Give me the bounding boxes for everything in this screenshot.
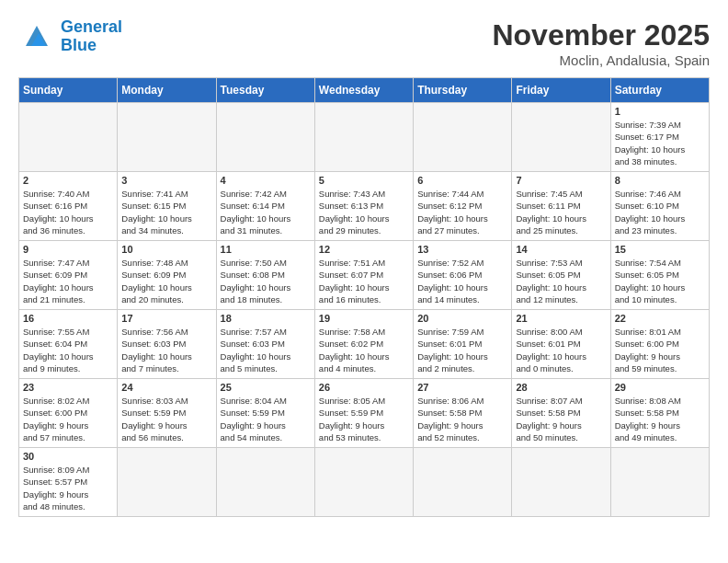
logo-text: General Blue [61, 18, 122, 55]
calendar-cell: 3Sunrise: 7:41 AM Sunset: 6:15 PM Daylig… [118, 172, 216, 241]
calendar-cell: 24Sunrise: 8:03 AM Sunset: 5:59 PM Dayli… [118, 379, 216, 448]
day-number: 16 [23, 313, 113, 324]
day-number: 19 [319, 313, 409, 324]
week-row-5: 23Sunrise: 8:02 AM Sunset: 6:00 PM Dayli… [19, 379, 710, 448]
day-number: 12 [319, 244, 409, 255]
calendar-cell [314, 103, 413, 172]
calendar-cell: 22Sunrise: 8:01 AM Sunset: 6:00 PM Dayli… [610, 310, 709, 379]
day-info: Sunrise: 7:51 AM Sunset: 6:07 PM Dayligh… [319, 257, 409, 305]
calendar-cell: 12Sunrise: 7:51 AM Sunset: 6:07 PM Dayli… [314, 241, 413, 310]
day-info: Sunrise: 8:03 AM Sunset: 5:59 PM Dayligh… [121, 395, 211, 443]
day-number: 28 [516, 382, 606, 393]
logo-icon [18, 20, 55, 53]
day-info: Sunrise: 7:55 AM Sunset: 6:04 PM Dayligh… [23, 326, 113, 374]
day-number: 24 [121, 382, 211, 393]
day-number: 25 [221, 382, 311, 393]
header-thursday: Thursday [414, 78, 512, 103]
day-number: 11 [221, 244, 311, 255]
day-number: 7 [516, 175, 606, 186]
calendar-cell: 4Sunrise: 7:42 AM Sunset: 6:14 PM Daylig… [216, 172, 314, 241]
day-number: 1 [615, 106, 705, 117]
day-number: 13 [417, 244, 507, 255]
calendar-cell [19, 103, 118, 172]
location: Moclin, Andalusia, Spain [492, 52, 710, 68]
calendar-cell: 30Sunrise: 8:09 AM Sunset: 5:57 PM Dayli… [19, 448, 118, 517]
logo-general: General [61, 17, 122, 36]
day-info: Sunrise: 7:48 AM Sunset: 6:09 PM Dayligh… [121, 257, 211, 305]
week-row-6: 30Sunrise: 8:09 AM Sunset: 5:57 PM Dayli… [19, 448, 710, 517]
calendar-cell: 7Sunrise: 7:45 AM Sunset: 6:11 PM Daylig… [512, 172, 610, 241]
calendar-cell: 21Sunrise: 8:00 AM Sunset: 6:01 PM Dayli… [512, 310, 610, 379]
calendar-cell: 19Sunrise: 7:58 AM Sunset: 6:02 PM Dayli… [314, 310, 413, 379]
day-info: Sunrise: 7:50 AM Sunset: 6:08 PM Dayligh… [221, 257, 311, 305]
day-number: 29 [615, 382, 705, 393]
calendar-cell [314, 448, 413, 517]
calendar-cell [414, 103, 512, 172]
calendar-cell: 5Sunrise: 7:43 AM Sunset: 6:13 PM Daylig… [314, 172, 413, 241]
calendar-header: SundayMondayTuesdayWednesdayThursdayFrid… [19, 78, 710, 103]
calendar-cell: 27Sunrise: 8:06 AM Sunset: 5:58 PM Dayli… [414, 379, 512, 448]
week-row-4: 16Sunrise: 7:55 AM Sunset: 6:04 PM Dayli… [19, 310, 710, 379]
day-info: Sunrise: 7:45 AM Sunset: 6:11 PM Dayligh… [516, 188, 606, 236]
logo-blue: Blue [61, 37, 122, 55]
week-row-2: 2Sunrise: 7:40 AM Sunset: 6:16 PM Daylig… [19, 172, 710, 241]
day-info: Sunrise: 7:46 AM Sunset: 6:10 PM Dayligh… [615, 188, 705, 236]
day-info: Sunrise: 7:54 AM Sunset: 6:05 PM Dayligh… [615, 257, 705, 305]
day-info: Sunrise: 7:42 AM Sunset: 6:14 PM Dayligh… [221, 188, 311, 236]
day-number: 17 [121, 313, 211, 324]
day-info: Sunrise: 7:41 AM Sunset: 6:15 PM Dayligh… [121, 188, 211, 236]
calendar-cell: 25Sunrise: 8:04 AM Sunset: 5:59 PM Dayli… [216, 379, 314, 448]
day-info: Sunrise: 7:52 AM Sunset: 6:06 PM Dayligh… [417, 257, 507, 305]
header-monday: Monday [118, 78, 216, 103]
month-title: November 2025 [492, 18, 710, 52]
header-sunday: Sunday [19, 78, 118, 103]
day-info: Sunrise: 7:57 AM Sunset: 6:03 PM Dayligh… [221, 326, 311, 374]
day-number: 23 [23, 382, 113, 393]
calendar-cell: 13Sunrise: 7:52 AM Sunset: 6:06 PM Dayli… [414, 241, 512, 310]
header-saturday: Saturday [610, 78, 709, 103]
calendar-cell: 23Sunrise: 8:02 AM Sunset: 6:00 PM Dayli… [19, 379, 118, 448]
calendar-cell [512, 448, 610, 517]
calendar-cell: 18Sunrise: 7:57 AM Sunset: 6:03 PM Dayli… [216, 310, 314, 379]
calendar-cell: 28Sunrise: 8:07 AM Sunset: 5:58 PM Dayli… [512, 379, 610, 448]
header-friday: Friday [512, 78, 610, 103]
day-info: Sunrise: 8:05 AM Sunset: 5:59 PM Dayligh… [319, 395, 409, 443]
calendar-cell: 26Sunrise: 8:05 AM Sunset: 5:59 PM Dayli… [314, 379, 413, 448]
day-info: Sunrise: 7:39 AM Sunset: 6:17 PM Dayligh… [615, 119, 705, 167]
calendar-cell [414, 448, 512, 517]
calendar-cell: 2Sunrise: 7:40 AM Sunset: 6:16 PM Daylig… [19, 172, 118, 241]
title-block: November 2025 Moclin, Andalusia, Spain [492, 18, 710, 68]
day-info: Sunrise: 7:44 AM Sunset: 6:12 PM Dayligh… [417, 188, 507, 236]
day-number: 15 [615, 244, 705, 255]
day-info: Sunrise: 8:09 AM Sunset: 5:57 PM Dayligh… [23, 464, 113, 512]
day-number: 6 [417, 175, 507, 186]
day-info: Sunrise: 7:58 AM Sunset: 6:02 PM Dayligh… [319, 326, 409, 374]
day-number: 20 [417, 313, 507, 324]
calendar-table: SundayMondayTuesdayWednesdayThursdayFrid… [18, 77, 710, 517]
week-row-3: 9Sunrise: 7:47 AM Sunset: 6:09 PM Daylig… [19, 241, 710, 310]
day-number: 3 [121, 175, 211, 186]
day-info: Sunrise: 8:01 AM Sunset: 6:00 PM Dayligh… [615, 326, 705, 374]
calendar-cell: 16Sunrise: 7:55 AM Sunset: 6:04 PM Dayli… [19, 310, 118, 379]
calendar-cell: 10Sunrise: 7:48 AM Sunset: 6:09 PM Dayli… [118, 241, 216, 310]
logo: General Blue [18, 18, 122, 55]
calendar-cell [216, 103, 314, 172]
day-number: 8 [615, 175, 705, 186]
calendar-cell: 20Sunrise: 7:59 AM Sunset: 6:01 PM Dayli… [414, 310, 512, 379]
day-number: 22 [615, 313, 705, 324]
day-info: Sunrise: 8:02 AM Sunset: 6:00 PM Dayligh… [23, 395, 113, 443]
day-number: 2 [23, 175, 113, 186]
day-info: Sunrise: 8:04 AM Sunset: 5:59 PM Dayligh… [221, 395, 311, 443]
calendar-cell: 29Sunrise: 8:08 AM Sunset: 5:58 PM Dayli… [610, 379, 709, 448]
calendar-cell [118, 103, 216, 172]
day-number: 5 [319, 175, 409, 186]
day-info: Sunrise: 7:47 AM Sunset: 6:09 PM Dayligh… [23, 257, 113, 305]
day-info: Sunrise: 8:06 AM Sunset: 5:58 PM Dayligh… [417, 395, 507, 443]
calendar-cell: 1Sunrise: 7:39 AM Sunset: 6:17 PM Daylig… [610, 103, 709, 172]
calendar-cell [216, 448, 314, 517]
day-info: Sunrise: 7:56 AM Sunset: 6:03 PM Dayligh… [121, 326, 211, 374]
calendar-cell: 8Sunrise: 7:46 AM Sunset: 6:10 PM Daylig… [610, 172, 709, 241]
page-header: General Blue November 2025 Moclin, Andal… [18, 18, 710, 68]
day-number: 30 [23, 451, 113, 462]
calendar-cell: 9Sunrise: 7:47 AM Sunset: 6:09 PM Daylig… [19, 241, 118, 310]
